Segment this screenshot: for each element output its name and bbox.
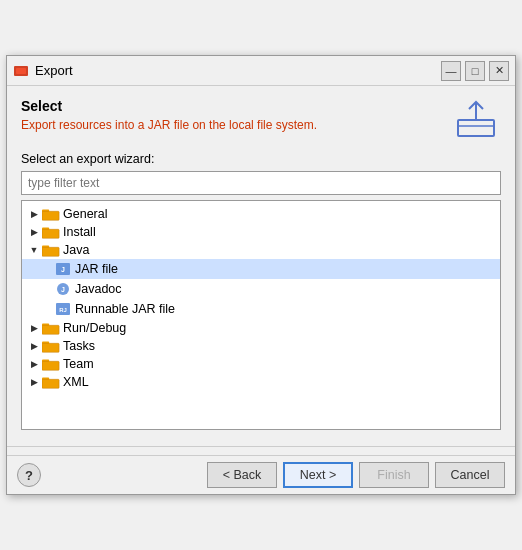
header-section: Select Export resources into a JAR file … bbox=[21, 98, 501, 142]
tree-item-general[interactable]: ▶ General bbox=[22, 205, 500, 223]
arrow-team: ▶ bbox=[26, 359, 42, 369]
export-dialog: Export — □ ✕ Select Export resources int… bbox=[6, 55, 516, 495]
export-icon bbox=[451, 98, 501, 142]
label-install: Install bbox=[63, 225, 96, 239]
title-bar: Export — □ ✕ bbox=[7, 56, 515, 86]
svg-text:J: J bbox=[61, 266, 65, 273]
svg-rect-8 bbox=[42, 229, 59, 238]
label-javadoc: Javadoc bbox=[75, 282, 122, 296]
header-description: Export resources into a JAR file on the … bbox=[21, 118, 441, 132]
cancel-button[interactable]: Cancel bbox=[435, 462, 505, 488]
svg-rect-5 bbox=[42, 211, 59, 220]
export-icon-svg bbox=[454, 100, 498, 140]
runnable-jar-icon: RJ bbox=[54, 301, 72, 317]
folder-icon-java bbox=[42, 243, 60, 257]
folder-icon-tasks bbox=[42, 339, 60, 353]
label-jar-file: JAR file bbox=[75, 262, 118, 276]
svg-rect-12 bbox=[42, 246, 49, 249]
svg-rect-26 bbox=[42, 361, 59, 370]
arrow-run-debug: ▶ bbox=[26, 323, 42, 333]
arrow-tasks: ▶ bbox=[26, 341, 42, 351]
arrow-general: ▶ bbox=[26, 209, 42, 219]
back-button[interactable]: < Back bbox=[207, 462, 277, 488]
svg-rect-1 bbox=[16, 68, 26, 74]
arrow-install: ▶ bbox=[26, 227, 42, 237]
tree-item-team[interactable]: ▶ Team bbox=[22, 355, 500, 373]
folder-icon-xml bbox=[42, 375, 60, 389]
tree-item-run-debug[interactable]: ▶ Run/Debug bbox=[22, 319, 500, 337]
window-icon bbox=[13, 63, 29, 79]
minimize-button[interactable]: — bbox=[441, 61, 461, 81]
svg-rect-11 bbox=[42, 247, 59, 256]
header-title: Select bbox=[21, 98, 441, 114]
label-general: General bbox=[63, 207, 107, 221]
arrow-xml: ▶ bbox=[26, 377, 42, 387]
tree-item-runnable-jar[interactable]: RJ Runnable JAR file bbox=[22, 299, 500, 319]
footer: ? < Back Next > Finish Cancel bbox=[7, 455, 515, 494]
content-area: Select Export resources into a JAR file … bbox=[7, 86, 515, 438]
arrow-java: ▼ bbox=[26, 245, 42, 255]
svg-text:RJ: RJ bbox=[59, 307, 67, 313]
svg-rect-27 bbox=[42, 360, 49, 363]
tree-item-javadoc[interactable]: J Javadoc bbox=[22, 279, 500, 299]
folder-icon-install bbox=[42, 225, 60, 239]
svg-rect-23 bbox=[42, 343, 59, 352]
svg-rect-24 bbox=[42, 342, 49, 345]
close-button[interactable]: ✕ bbox=[489, 61, 509, 81]
javadoc-icon: J bbox=[54, 281, 72, 297]
tree-item-tasks[interactable]: ▶ Tasks bbox=[22, 337, 500, 355]
folder-icon-team bbox=[42, 357, 60, 371]
label-team: Team bbox=[63, 357, 94, 371]
label-run-debug: Run/Debug bbox=[63, 321, 126, 335]
tree-item-jar-file[interactable]: J JAR file bbox=[22, 259, 500, 279]
wizard-label: Select an export wizard: bbox=[21, 152, 501, 166]
tree-area: ▶ General ▶ Install ▼ bbox=[21, 200, 501, 430]
svg-rect-30 bbox=[42, 378, 49, 381]
filter-input[interactable] bbox=[21, 171, 501, 195]
tree-item-install[interactable]: ▶ Install bbox=[22, 223, 500, 241]
folder-icon-general bbox=[42, 207, 60, 221]
tree-item-java[interactable]: ▼ Java bbox=[22, 241, 500, 259]
svg-rect-20 bbox=[42, 325, 59, 334]
svg-rect-2 bbox=[458, 120, 494, 136]
header-text: Select Export resources into a JAR file … bbox=[21, 98, 441, 132]
window-title: Export bbox=[35, 63, 441, 78]
svg-rect-9 bbox=[42, 228, 49, 231]
window-controls: — □ ✕ bbox=[441, 61, 509, 81]
folder-icon-run-debug bbox=[42, 321, 60, 335]
label-java: Java bbox=[63, 243, 89, 257]
label-runnable-jar: Runnable JAR file bbox=[75, 302, 175, 316]
next-button[interactable]: Next > bbox=[283, 462, 353, 488]
help-button[interactable]: ? bbox=[17, 463, 41, 487]
label-tasks: Tasks bbox=[63, 339, 95, 353]
svg-rect-21 bbox=[42, 324, 49, 327]
maximize-button[interactable]: □ bbox=[465, 61, 485, 81]
label-xml: XML bbox=[63, 375, 89, 389]
finish-button[interactable]: Finish bbox=[359, 462, 429, 488]
tree-item-xml[interactable]: ▶ XML bbox=[22, 373, 500, 391]
svg-text:J: J bbox=[61, 286, 65, 293]
svg-rect-6 bbox=[42, 210, 49, 213]
svg-rect-29 bbox=[42, 379, 59, 388]
footer-divider bbox=[7, 446, 515, 447]
jar-file-icon: J bbox=[54, 261, 72, 277]
